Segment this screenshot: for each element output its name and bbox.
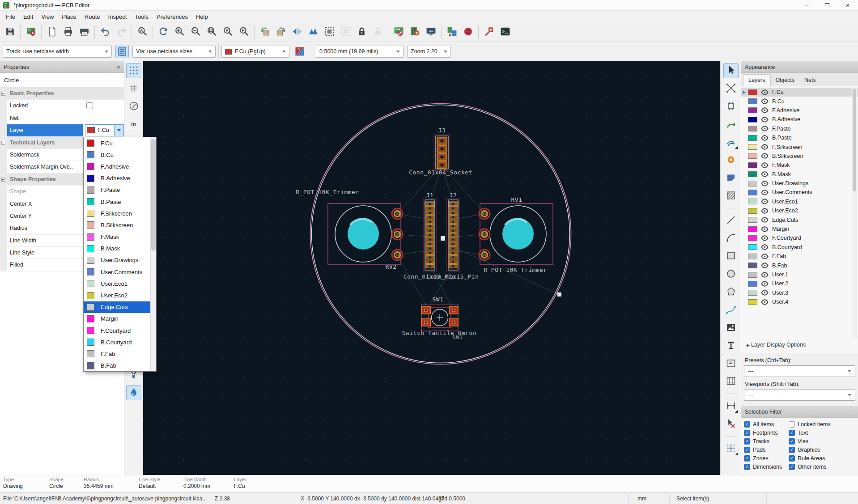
layer-visibility-eye-icon[interactable] [761, 244, 769, 250]
layer-visibility-eye-icon[interactable] [761, 135, 769, 141]
layer-color-swatch[interactable] [748, 162, 757, 168]
menu-route[interactable]: Route [81, 12, 104, 22]
rotate-ccw-button[interactable] [257, 24, 273, 40]
via-add-button[interactable] [723, 152, 739, 168]
grid-size-select[interactable]: 0.5000 mm (19.69 mils) [316, 46, 404, 58]
layer-row-f-mask[interactable]: F.Mask [741, 161, 858, 169]
ungroup-button[interactable] [337, 24, 353, 40]
filter-all-items[interactable]: ✓All items [744, 421, 789, 428]
dimension-add-button[interactable] [723, 398, 739, 414]
redo-button[interactable] [113, 24, 129, 40]
layer-color-swatch[interactable] [748, 235, 757, 241]
locked-checkbox[interactable] [86, 102, 93, 109]
layer-visibility-eye-icon[interactable] [761, 272, 769, 278]
property-row-layer[interactable]: LayerF.Cu [0, 124, 124, 136]
layer-color-swatch[interactable] [748, 299, 757, 305]
footprint-add-button[interactable] [723, 99, 739, 114]
layer-visibility-eye-icon[interactable] [761, 281, 769, 287]
footprint-editor-button[interactable] [391, 24, 407, 40]
maximize-button[interactable] [817, 0, 837, 11]
layer-row-user-drawings[interactable]: User.Drawings [741, 179, 858, 188]
layer-option-b-paste[interactable]: B.Paste [84, 196, 150, 208]
filter-locked-items[interactable]: Locked items [789, 421, 855, 428]
minimize-button[interactable] [796, 0, 817, 11]
zoom-out-button[interactable] [187, 24, 204, 40]
layer-row-b-cu[interactable]: B.Cu [741, 97, 858, 106]
track-width-select[interactable]: Track: use netclass width [3, 46, 112, 58]
layer-pair-button[interactable] [293, 45, 306, 58]
unlock-button[interactable] [370, 24, 386, 40]
layer-color-swatch[interactable] [748, 199, 757, 204]
layer-visibility-eye-icon[interactable] [761, 171, 769, 177]
filter-footprints[interactable]: ✓Footprints [744, 430, 789, 436]
leader-add-button[interactable] [723, 302, 739, 318]
layer-visibility-eye-icon[interactable] [761, 98, 769, 104]
layer-visibility-eye-icon[interactable] [761, 107, 769, 113]
layer-option-user-eco1[interactable]: User.Eco1 [84, 278, 150, 289]
layer-visibility-eye-icon[interactable] [761, 199, 769, 204]
track-display-button[interactable] [115, 45, 129, 58]
panel-close-icon[interactable]: × [117, 64, 120, 71]
layer-row-f-fab[interactable]: F.Fab [741, 252, 858, 261]
property-row-locked[interactable]: Locked [0, 100, 124, 112]
checked-checkbox-icon[interactable]: ✓ [744, 464, 750, 470]
circle-radius-handle[interactable] [557, 292, 561, 296]
footprint-j2[interactable] [446, 198, 460, 272]
layer-row-b-courtyard[interactable]: B.Courtyard [741, 243, 858, 252]
textbox-add-button[interactable] [723, 356, 739, 371]
diff-pair-button[interactable] [723, 135, 739, 150]
layer-option-f-fab[interactable]: F.Fab [84, 348, 150, 360]
layers-scrollbar[interactable] [852, 88, 857, 338]
rule-area-button[interactable] [723, 188, 739, 203]
property-group-basic-properties[interactable]: Basic Properties [0, 88, 124, 100]
layer-option-b-cu[interactable]: B.Cu [84, 149, 150, 161]
router-settings-button[interactable] [481, 24, 497, 40]
footprint-rv1[interactable] [479, 203, 553, 264]
via-size-select[interactable]: Via: use netclass sizes [132, 46, 216, 58]
group-button[interactable] [321, 24, 337, 40]
layer-option-user-eco2[interactable]: User.Eco2 [84, 289, 150, 301]
menu-file[interactable]: File [2, 12, 19, 22]
checked-checkbox-icon[interactable]: ✓ [744, 455, 750, 462]
layer-row-b-silkscreen[interactable]: B.Silkscreen [741, 152, 858, 161]
layer-color-swatch[interactable] [748, 217, 757, 223]
layer-option-f-silkscreen[interactable]: F.Silkscreen [84, 208, 150, 219]
checked-checkbox-icon[interactable]: ✓ [744, 447, 750, 453]
layer-visibility-eye-icon[interactable] [761, 117, 769, 123]
layer-option-edge-cuts[interactable]: Edge.Cuts [84, 301, 150, 313]
layer-color-swatch[interactable] [748, 208, 757, 214]
checked-checkbox-icon[interactable]: ✓ [789, 438, 795, 445]
update-pcb-button[interactable] [444, 24, 460, 40]
layer-option-user-drawings[interactable]: User.Drawings [84, 254, 150, 266]
zoom-select[interactable]: Zoom 2.20 [407, 46, 451, 58]
layer-color-swatch[interactable] [748, 290, 757, 296]
layer-visibility-eye-icon[interactable] [761, 181, 769, 186]
layer-option-f-paste[interactable]: F.Paste [84, 184, 150, 196]
image-add-button[interactable] [723, 320, 739, 335]
filter-graphics[interactable]: ✓Graphics [789, 447, 855, 453]
filter-text[interactable]: ✓Text [789, 430, 855, 436]
local-ratsnest-button[interactable] [723, 81, 739, 96]
filter-other-items[interactable]: ✓Other items [789, 464, 855, 470]
collapse-icon[interactable] [1, 178, 5, 182]
filter-tracks[interactable]: ✓Tracks [744, 438, 789, 445]
pcb-canvas[interactable]: J3Conn_01x04_SocketR_POT_10K_TrimmerJ1J2… [143, 61, 720, 475]
footprint-j1[interactable] [423, 198, 437, 272]
tab-objects[interactable]: Objects [771, 75, 799, 86]
find-button[interactable]: A [134, 24, 150, 40]
dropdown-scrollbar[interactable] [150, 137, 156, 371]
rect-add-button[interactable] [723, 249, 739, 264]
appearance-toggle-button[interactable] [126, 385, 141, 400]
layer-color-swatch[interactable] [748, 135, 757, 141]
tab-layers[interactable]: Layers [743, 74, 771, 86]
zoom-objects-button[interactable] [220, 24, 236, 40]
layer-visibility-eye-icon[interactable] [761, 144, 769, 150]
circle-add-button[interactable] [723, 267, 739, 282]
layer-visibility-eye-icon[interactable] [761, 208, 769, 214]
layer-row-user-3[interactable]: User.3 [741, 288, 858, 297]
collapse-icon[interactable] [1, 92, 5, 96]
checked-checkbox-icon[interactable]: ✓ [789, 430, 795, 436]
layer-row-user-4[interactable]: User.4 [741, 297, 858, 306]
units-inches-button[interactable]: in [126, 117, 141, 132]
layer-color-swatch[interactable] [748, 244, 757, 250]
